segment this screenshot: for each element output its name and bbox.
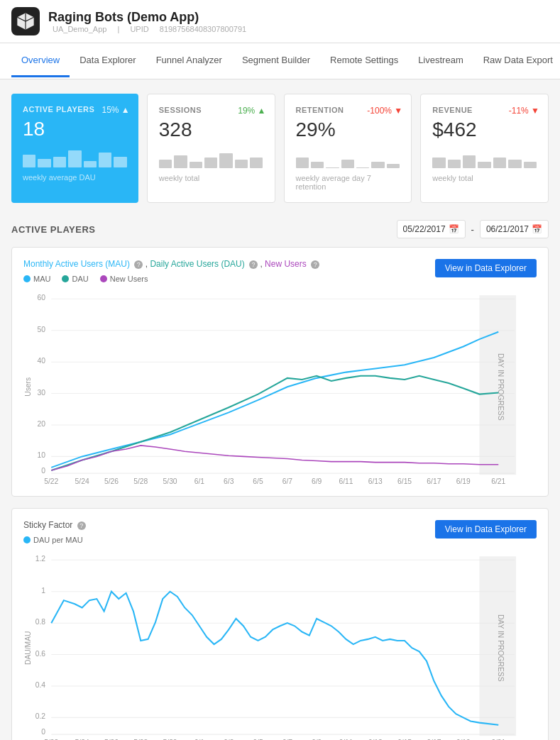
date-end-input[interactable]: 06/21/2017 📅 — [480, 220, 549, 238]
svg-text:50: 50 — [38, 326, 46, 333]
active-players-value: 18 — [23, 118, 127, 140]
legend-dau-per-mau: DAU per MAU — [23, 536, 83, 544]
svg-text:0.6: 0.6 — [35, 649, 46, 657]
tab-segment-builder[interactable]: Segment Builder — [232, 45, 320, 77]
svg-text:6/17: 6/17 — [427, 477, 441, 485]
svg-text:1.2: 1.2 — [35, 555, 46, 563]
tab-overview[interactable]: Overview — [11, 45, 70, 77]
svg-text:Users: Users — [24, 377, 32, 397]
revenue-value: $462 — [432, 118, 537, 141]
revenue-bars — [432, 147, 537, 168]
calendar-icon: 📅 — [449, 224, 459, 234]
active-players-change: 15% ▲ — [101, 105, 129, 115]
tab-livestream[interactable]: Livestream — [408, 45, 473, 77]
mau-dau-svg: 60 50 40 30 20 10 0 Users DAY IN P — [23, 292, 537, 482]
svg-text:5/28: 5/28 — [133, 477, 148, 485]
svg-text:6/11: 6/11 — [339, 477, 353, 485]
sessions-value: 328 — [159, 118, 263, 141]
revenue-change: -11% ▼ — [509, 106, 539, 116]
svg-text:6/9: 6/9 — [312, 477, 322, 485]
view-in-data-explorer-btn-2[interactable]: View in Data Explorer — [435, 520, 537, 539]
chart-title-line: Monthly Active Users (MAU) ? , Daily Act… — [23, 259, 319, 269]
revenue-subtitle: weekly total — [432, 174, 537, 182]
retention-subtitle: weekly average day 7 retention — [296, 174, 400, 191]
svg-text:0: 0 — [41, 467, 45, 475]
svg-text:DAY IN PROGRESS: DAY IN PROGRESS — [497, 614, 505, 681]
active-players-section-title: ACTIVE PLAYERS — [11, 224, 96, 235]
svg-text:6/15: 6/15 — [397, 477, 412, 485]
sticky-factor-chart-container: Sticky Factor ? DAU per MAU View in Data… — [11, 508, 549, 740]
legend-new-users: New Users — [100, 275, 148, 283]
main-content: ACTIVE PLAYERS 15% ▲ 18 weekly average D… — [0, 79, 560, 740]
legend-dau: DAU — [62, 275, 88, 283]
svg-text:6/1: 6/1 — [194, 477, 205, 485]
sticky-chart-legend: DAU per MAU — [23, 536, 86, 544]
sticky-info-icon[interactable]: ? — [77, 521, 86, 530]
svg-text:6/5: 6/5 — [253, 477, 263, 485]
app-header: Raging Bots (Demo App) UA_Demo_App | UPI… — [0, 0, 560, 43]
app-subtitle: UA_Demo_App | UPID 81987568408307800791 — [48, 25, 251, 33]
dau-info-icon[interactable]: ? — [249, 260, 258, 269]
mau-dau-chart-area: 60 50 40 30 20 10 0 Users DAY IN P — [23, 292, 537, 485]
svg-text:0.8: 0.8 — [35, 618, 46, 626]
nav-bar: Overview Data Explorer Funnel Analyzer S… — [0, 43, 560, 79]
svg-text:0.2: 0.2 — [35, 712, 46, 720]
sessions-bars — [159, 147, 263, 168]
retention-bars — [296, 147, 400, 168]
stat-card-revenue: REVENUE -11% ▼ $462 weekly total — [420, 94, 549, 203]
new-users-info-icon[interactable]: ? — [311, 260, 319, 269]
svg-text:DAY IN PROGRESS: DAY IN PROGRESS — [497, 353, 505, 421]
legend-mau: MAU — [23, 275, 50, 283]
mau-dau-chart-container: Monthly Active Users (MAU) ? , Daily Act… — [11, 247, 549, 497]
tab-remote-settings[interactable]: Remote Settings — [320, 45, 408, 77]
stat-card-active-players: ACTIVE PLAYERS 15% ▲ 18 weekly average D… — [11, 94, 138, 203]
svg-text:5/30: 5/30 — [163, 477, 177, 485]
svg-text:6/19: 6/19 — [456, 477, 471, 485]
stat-card-retention: RETENTION -100% ▼ 29% weekly average day… — [284, 94, 412, 203]
svg-text:6/3: 6/3 — [224, 477, 234, 485]
retention-change: -100% ▼ — [367, 106, 402, 116]
active-players-bars — [23, 146, 127, 167]
tab-funnel-analyzer[interactable]: Funnel Analyzer — [146, 45, 232, 77]
svg-text:0: 0 — [41, 728, 45, 736]
svg-text:20: 20 — [38, 420, 46, 428]
svg-text:5/24: 5/24 — [75, 477, 89, 485]
svg-text:6/7: 6/7 — [282, 477, 293, 485]
view-in-data-explorer-btn-1[interactable]: View in Data Explorer — [435, 259, 537, 277]
svg-text:40: 40 — [38, 357, 46, 365]
date-range: 05/22/2017 📅 - 06/21/2017 📅 — [397, 220, 549, 238]
app-title-block: Raging Bots (Demo App) UA_Demo_App | UPI… — [48, 10, 251, 33]
sticky-factor-chart-area: 1.2 1 0.8 0.6 0.4 0.2 0 DAU/MAU DA — [23, 553, 537, 740]
svg-text:5/22: 5/22 — [44, 477, 58, 485]
svg-text:0.4: 0.4 — [35, 681, 46, 689]
active-players-subtitle: weekly average DAU — [23, 173, 127, 182]
svg-text:60: 60 — [38, 294, 46, 302]
svg-text:5/26: 5/26 — [104, 477, 119, 485]
sticky-chart-title: Sticky Factor ? — [23, 520, 86, 530]
svg-text:1: 1 — [41, 586, 45, 594]
chart-legend: MAU DAU New Users — [23, 275, 319, 283]
stat-cards: ACTIVE PLAYERS 15% ▲ 18 weekly average D… — [11, 94, 549, 203]
chart-header: Monthly Active Users (MAU) ? , Daily Act… — [23, 259, 537, 283]
sticky-factor-svg: 1.2 1 0.8 0.6 0.4 0.2 0 DAU/MAU DA — [23, 553, 537, 740]
tab-data-explorer[interactable]: Data Explorer — [70, 45, 146, 77]
sessions-subtitle: weekly total — [159, 174, 263, 182]
sessions-change: 19% ▲ — [238, 106, 265, 116]
mau-info-icon[interactable]: ? — [134, 260, 143, 269]
active-players-section-header: ACTIVE PLAYERS 05/22/2017 📅 - 06/21/2017… — [11, 220, 549, 238]
sticky-chart-header: Sticky Factor ? DAU per MAU View in Data… — [23, 520, 537, 544]
stat-card-sessions: SESSIONS 19% ▲ 328 weekly total — [147, 94, 275, 203]
svg-text:6/13: 6/13 — [368, 477, 383, 485]
app-title: Raging Bots (Demo App) — [48, 10, 251, 25]
svg-text:30: 30 — [38, 389, 46, 397]
date-start-input[interactable]: 05/22/2017 📅 — [397, 220, 466, 238]
svg-text:10: 10 — [38, 451, 46, 459]
retention-value: 29% — [296, 118, 400, 141]
svg-text:DAU/MAU: DAU/MAU — [24, 631, 32, 665]
app-logo — [11, 7, 40, 35]
svg-text:6/21: 6/21 — [491, 477, 505, 485]
calendar-icon-end: 📅 — [532, 224, 542, 234]
tab-raw-data-export[interactable]: Raw Data Export — [473, 45, 560, 77]
